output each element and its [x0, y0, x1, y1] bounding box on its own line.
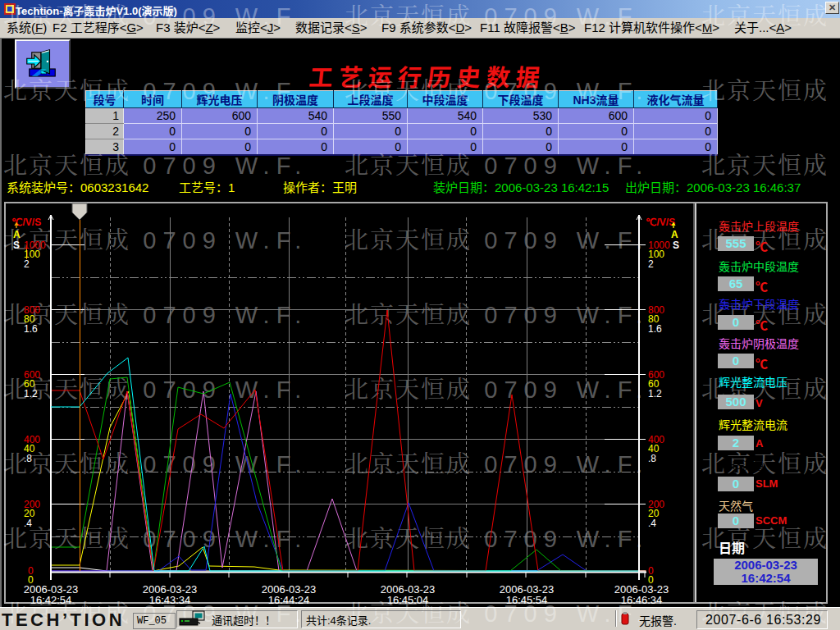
svg-text:16:44:24: 16:44:24: [268, 594, 310, 606]
svg-text:2: 2: [648, 258, 654, 270]
svg-text:1.2: 1.2: [24, 388, 38, 399]
svg-text:A: A: [13, 229, 21, 240]
svg-text:A: A: [671, 229, 678, 240]
svg-text:1.2: 1.2: [648, 388, 662, 399]
svg-text:1.6: 1.6: [648, 323, 662, 335]
svg-text:2: 2: [24, 258, 30, 270]
svg-text:16:45:04: 16:45:04: [387, 594, 429, 606]
svg-text:.8: .8: [24, 453, 32, 464]
svg-text:.4: .4: [24, 518, 32, 529]
svg-text:.8: .8: [648, 453, 656, 464]
svg-text:16:43:34: 16:43:34: [149, 594, 191, 606]
svg-text:S: S: [13, 240, 20, 251]
svg-text:1.6: 1.6: [24, 323, 38, 335]
svg-text:16:45:54: 16:45:54: [506, 594, 548, 606]
svg-text:℃/V/S: ℃/V/S: [646, 217, 675, 228]
svg-text:S: S: [673, 240, 679, 251]
svg-text:.4: .4: [648, 518, 656, 529]
svg-text:16:42:54: 16:42:54: [30, 594, 72, 606]
svg-text:16:46:34: 16:46:34: [621, 594, 663, 606]
